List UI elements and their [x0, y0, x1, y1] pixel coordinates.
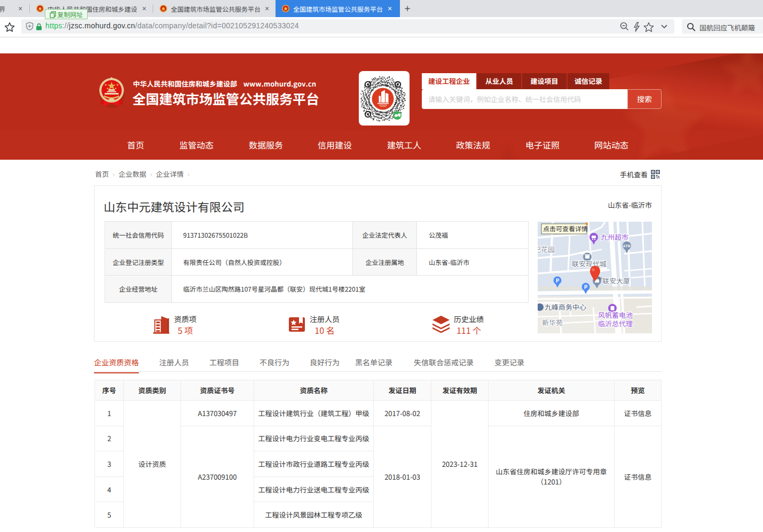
svg-text:联安大厦: 联安大厦: [602, 276, 630, 286]
svg-text:ATM: ATM: [623, 243, 631, 248]
svg-text:P: P: [584, 283, 588, 291]
svg-text:临沂总代理: 临沂总代理: [598, 318, 633, 328]
svg-text:记花园: 记花园: [538, 244, 555, 254]
svg-text:九峰商务中心: 九峰商务中心: [545, 302, 586, 312]
svg-text:联安现代城: 联安现代城: [572, 259, 607, 269]
svg-text:点击可查看详情: 点击可查看详情: [543, 224, 588, 233]
svg-text:P: P: [556, 276, 560, 284]
svg-text:九州超市: 九州超市: [601, 232, 628, 242]
svg-text:新华苑: 新华苑: [542, 317, 563, 327]
